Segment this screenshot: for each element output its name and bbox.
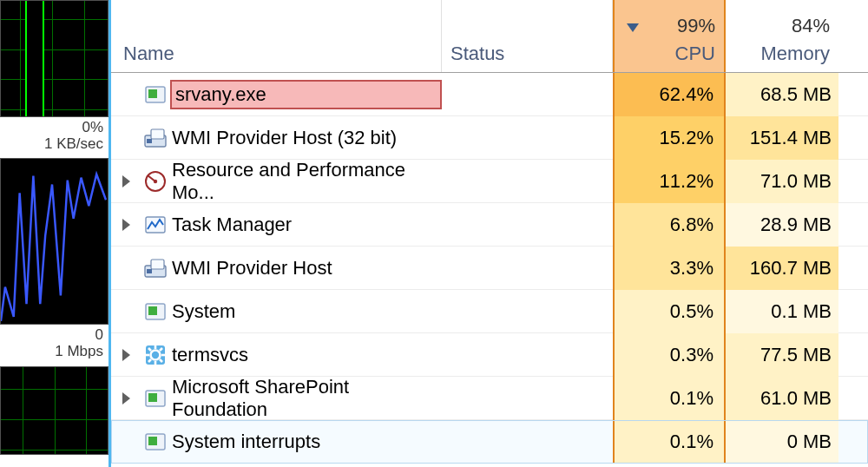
memory-value: 28.9 MB [726,203,838,247]
chevron-right-icon [122,175,130,187]
cpu-value: 15.2% [613,116,726,160]
app-icon [141,290,170,333]
cpu-value: 0.1% [613,420,726,464]
cpu-value: 3.3% [613,247,726,290]
expand-toggle[interactable] [111,203,141,247]
table-row[interactable]: Microsoft SharePoint Foundation0.1%61.0 … [111,377,868,420]
performance-sidebar: 0% 1 KB/sec 0 1 Mbps [0,0,108,467]
process-name: System interrupts [170,420,442,464]
memory-value: 77.5 MB [726,333,838,377]
process-name: Resource and Performance Mo... [170,160,442,203]
chevron-right-icon [122,349,130,361]
process-status [442,290,613,333]
process-name: srvany.exe [170,73,442,116]
cpu-value: 6.8% [613,203,726,247]
process-name: Task Manager [170,203,442,247]
expand-toggle [111,420,141,464]
memory-value: 151.4 MB [726,116,838,160]
cpu-graph-value: 0% [0,120,108,136]
process-status [442,116,613,160]
table-row[interactable]: srvany.exe62.4%68.5 MB [111,73,868,116]
app-icon [141,377,170,420]
process-name: Microsoft SharePoint Foundation [170,377,442,420]
chevron-right-icon [122,219,130,231]
process-name: WMI Provider Host [170,247,442,290]
process-name: System [170,290,442,333]
memory-value: 0 MB [726,420,838,464]
cpu-rate-label: 1 KB/sec [0,136,108,153]
cpu-mini-graph[interactable] [0,0,108,117]
sort-desc-icon [627,23,639,32]
app-icon [141,420,170,464]
highlighted-process: srvany.exe [170,80,442,109]
header-status[interactable]: Status [442,0,613,72]
table-row[interactable]: WMI Provider Host3.3%160.7 MB [111,247,868,290]
table-row[interactable]: Task Manager6.8%28.9 MB [111,203,868,247]
table-row[interactable]: termsvcs0.3%77.5 MB [111,333,868,377]
expand-toggle [111,247,141,290]
app-icon [141,73,170,116]
disk-mini-graph[interactable] [0,366,108,455]
expand-toggle [111,73,141,116]
cpu-value: 62.4% [613,73,726,116]
table-row[interactable]: System interrupts0.1%0 MB [111,420,868,464]
expand-toggle [111,116,141,160]
chevron-right-icon [122,392,130,405]
process-status [442,377,613,420]
taskmgr-icon [141,203,170,247]
process-name: WMI Provider Host (32 bit) [170,116,442,160]
process-name: termsvcs [170,333,442,377]
cpu-value: 11.2% [613,160,726,203]
net-graph-value: 0 [0,327,108,344]
table-row[interactable]: System0.5%0.1 MB [111,290,868,333]
wmi-icon [141,247,170,290]
network-mini-graph[interactable] [0,158,108,325]
table-row[interactable]: Resource and Performance Mo...11.2%71.0 … [111,160,868,203]
expand-toggle [111,290,141,333]
table-row[interactable]: WMI Provider Host (32 bit)15.2%151.4 MB [111,116,868,160]
process-status [442,203,613,247]
process-table: Name Status 99% CPU 84% Memory srvany.ex… [108,0,868,467]
memory-value: 61.0 MB [726,377,838,420]
perfmon-icon [141,160,170,203]
process-status [442,333,613,377]
memory-value: 71.0 MB [726,160,838,203]
memory-value: 68.5 MB [726,73,838,116]
gear-icon [141,333,170,377]
cpu-value: 0.1% [613,377,726,420]
process-status [442,420,613,464]
process-status [442,160,613,203]
cpu-value: 0.5% [613,290,726,333]
column-headers: Name Status 99% CPU 84% Memory [111,0,868,73]
header-memory[interactable]: 84% Memory [726,0,838,72]
expand-toggle[interactable] [111,160,141,203]
process-status [442,73,613,116]
expand-toggle[interactable] [111,333,141,377]
cpu-value: 0.3% [613,333,726,377]
header-name[interactable]: Name [111,0,442,72]
memory-value: 0.1 MB [726,290,838,333]
memory-value: 160.7 MB [726,247,838,290]
header-cpu[interactable]: 99% CPU [613,0,726,72]
process-status [442,247,613,290]
expand-toggle[interactable] [111,377,141,420]
net-rate-label: 1 Mbps [0,344,108,360]
wmi-icon [141,116,170,160]
